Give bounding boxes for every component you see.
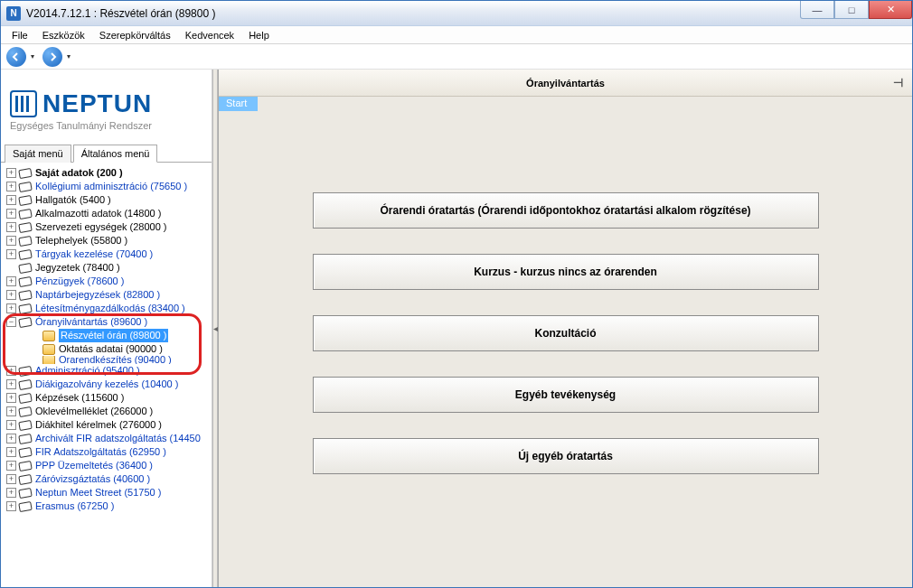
diamond-icon: [18, 275, 33, 286]
tree-item-targyak[interactable]: +Tárgyak kezelése (70400 ): [5, 247, 212, 261]
tree-item-reszvetel-oran[interactable]: Részvétel órán (89800 ): [5, 329, 212, 342]
tree-item-archivalt-fir[interactable]: +Archivált FIR adatszolgáltatás (14450: [5, 432, 212, 445]
tree-item-fir-adatszolg[interactable]: +FIR Adatszolgáltatás (62950 ): [5, 445, 212, 459]
nav-forward-dropdown[interactable]: ▾: [64, 47, 73, 67]
diamond-icon: [18, 433, 33, 443]
btn-egyeb-tevekenyseg[interactable]: Egyéb tevékenység: [313, 377, 819, 413]
tree-item-naptar[interactable]: +Naptárbejegyzések (82800 ): [5, 288, 212, 302]
form-icon: [42, 331, 55, 341]
btn-konzultacio[interactable]: Konzultáció: [313, 315, 819, 351]
nav-forward-button[interactable]: [42, 47, 62, 67]
diamond-icon: [18, 500, 33, 511]
diamond-icon: [18, 208, 33, 219]
diamond-icon: [18, 235, 33, 246]
tree-item-kollegiumi[interactable]: +Kollégiumi adminisztráció (75650 ): [5, 180, 212, 193]
content-area: Órarendi óratartás (Órarendi időpontokho…: [219, 111, 912, 587]
maximize-button[interactable]: □: [834, 1, 869, 19]
tree-item-hallgatok[interactable]: +Hallgatók (5400 ): [5, 193, 212, 207]
app-icon: N: [6, 6, 21, 21]
splitter-grip-icon: ◂: [213, 323, 218, 333]
diamond-icon: [18, 406, 33, 416]
tree-item-adminisztracio[interactable]: +Adminisztráció (95400 ): [5, 364, 212, 378]
app-window: N V2014.7.12.1 : Részvétel órán (89800 )…: [0, 0, 913, 588]
tree-item-letesitmeny[interactable]: +Létesítménygazdálkodás (83400 ): [5, 302, 212, 315]
diamond-icon: [18, 419, 33, 430]
btn-orarendi-oratartas[interactable]: Órarendi óratartás (Órarendi időpontokho…: [313, 192, 819, 229]
tree-item-jegyzetek[interactable]: +Jegyzetek (78400 ): [5, 261, 212, 275]
tree-item-sajat-adatok[interactable]: +Saját adatok (200 ): [5, 166, 212, 180]
btn-kurzus-nincs-orarenden[interactable]: Kurzus - kurzus nincs az órarenden: [313, 254, 819, 290]
tree-item-penzugyek[interactable]: +Pénzügyek (78600 ): [5, 275, 212, 288]
logo: NEPTUN: [10, 89, 202, 118]
tree-item-kepzesek[interactable]: +Képzések (115600 ): [5, 391, 212, 405]
tab-own-menu[interactable]: Saját menü: [5, 145, 71, 163]
diamond-icon: [18, 446, 33, 457]
window-title: V2014.7.12.1 : Részvétel órán (89800 ): [26, 7, 800, 20]
form-icon: [42, 344, 55, 355]
menu-favorites[interactable]: Kedvencek: [178, 28, 241, 42]
tree-item-ppp[interactable]: +PPP Üzemeltetés (36400 ): [5, 459, 212, 472]
nav-back-button[interactable]: [6, 47, 26, 67]
tab-general-menu[interactable]: Általános menü: [73, 145, 158, 163]
diamond-icon: [18, 181, 33, 191]
nav-toolbar: ▾ ▾: [1, 44, 912, 70]
pin-icon[interactable]: ⊣: [893, 76, 903, 89]
tree-item-szervezeti[interactable]: +Szervezeti egységek (28000 ): [5, 220, 212, 234]
diamond-icon: [18, 473, 33, 484]
tree-item-oranyilvantartas[interactable]: −Óranyilvántartás (89600 ): [5, 315, 212, 329]
diamond-icon: [18, 248, 33, 259]
btn-uj-egyeb-oratartas[interactable]: Új egyéb óratartás: [313, 438, 819, 474]
diamond-icon: [18, 392, 33, 403]
diamond-icon: [18, 378, 33, 389]
diamond-icon: [18, 194, 33, 205]
tree-item-diakhitel[interactable]: +Diákhitel kérelmek (276000 ): [5, 418, 212, 432]
menu-roleswitch[interactable]: Szerepkörváltás: [92, 28, 178, 42]
breadcrumb: Start: [219, 97, 912, 111]
main-title: Óranyilvántartás: [526, 78, 605, 89]
tree-item-neptun-meet-street[interactable]: +Neptun Meet Street (51750 ): [5, 486, 212, 499]
main-header: Óranyilvántartás ⊣: [219, 70, 912, 97]
tree-item-oktatas-adatai[interactable]: Oktatás adatai (90000 ): [5, 342, 212, 356]
logo-text: NEPTUN: [42, 89, 152, 118]
diamond-icon: [18, 460, 33, 471]
window-buttons: — □ ✕: [800, 1, 912, 25]
tree-item-telephelyek[interactable]: +Telephelyek (55800 ): [5, 234, 212, 247]
sidebar: NEPTUN Egységes Tanulmányi Rendszer Sajá…: [1, 70, 212, 587]
diamond-icon: [18, 167, 33, 178]
diamond-icon: [18, 365, 33, 376]
tree-item-oklevelmelleklet[interactable]: +Oklevélmelléklet (266000 ): [5, 405, 212, 418]
sidebar-tabs: Saját menü Általános menü: [1, 144, 212, 163]
breadcrumb-start[interactable]: Start: [219, 97, 258, 111]
button-stack: Órarendi óratartás (Órarendi időpontokho…: [219, 129, 912, 501]
logo-tagline: Egységes Tanulmányi Rendszer: [10, 120, 202, 131]
menubar: File Eszközök Szerepkörváltás Kedvencek …: [1, 26, 912, 44]
tree-item-diakigazolvany[interactable]: +Diákigazolvány kezelés (10400 ): [5, 378, 212, 391]
menu-tree[interactable]: +Saját adatok (200 ) +Kollégiumi adminis…: [1, 163, 212, 587]
diamond-icon: [18, 316, 33, 327]
menu-help[interactable]: Help: [241, 28, 277, 42]
diamond-icon: [18, 289, 33, 300]
titlebar: N V2014.7.12.1 : Részvétel órán (89800 )…: [1, 1, 912, 26]
diamond-icon: [18, 487, 33, 498]
menu-tools[interactable]: Eszközök: [35, 28, 92, 42]
main-panel: Óranyilvántartás ⊣ Start Órarendi óratar…: [218, 70, 912, 587]
menu-file[interactable]: File: [5, 28, 35, 42]
body: NEPTUN Egységes Tanulmányi Rendszer Sajá…: [1, 70, 912, 587]
diamond-icon: [18, 303, 33, 313]
diamond-icon: [18, 221, 33, 232]
tree-item-erasmus[interactable]: +Erasmus (67250 ): [5, 499, 212, 513]
diamond-icon: [18, 262, 33, 273]
nav-back-dropdown[interactable]: ▾: [28, 47, 37, 67]
tree-item-orarendkeszites[interactable]: Órarendkészítés (90400 ): [5, 356, 212, 364]
close-button[interactable]: ✕: [869, 1, 912, 19]
tree-item-alkalmazotti[interactable]: +Alkalmazotti adatok (14800 ): [5, 207, 212, 220]
logo-mark-icon: [10, 90, 37, 117]
minimize-button[interactable]: —: [800, 1, 834, 19]
logo-area: NEPTUN Egységes Tanulmányi Rendszer: [1, 70, 212, 136]
form-icon: [42, 356, 55, 364]
tree-item-zarovizsga[interactable]: +Záróvizsgáztatás (40600 ): [5, 472, 212, 486]
